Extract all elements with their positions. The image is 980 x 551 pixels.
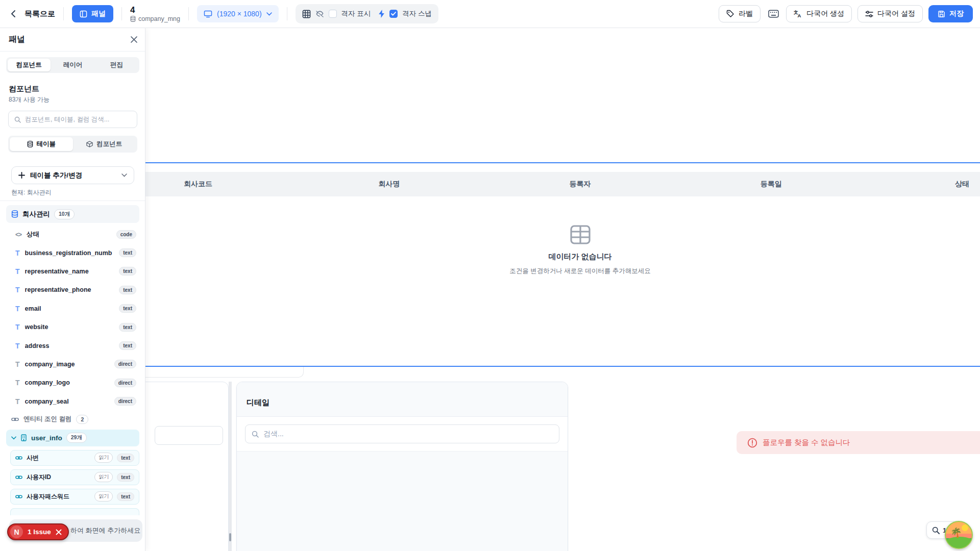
field-row[interactable]: 상태 code: [6, 225, 139, 243]
field-row[interactable]: T website text: [6, 318, 139, 336]
text-icon: T: [15, 379, 20, 387]
column-header[interactable]: 상태: [867, 180, 980, 189]
field-row[interactable]: T company_image direct: [6, 355, 139, 373]
join-field-row-partial[interactable]: [10, 508, 139, 515]
vertical-splitter[interactable]: [229, 382, 232, 551]
palm-tree-graphic: 🌴: [950, 528, 962, 537]
field-name: company_logo: [25, 379, 109, 386]
i18n-generate-button[interactable]: 文A 다국어 생성: [786, 5, 852, 22]
sun-graphic: [962, 524, 968, 531]
issue-badge[interactable]: N 1 Issue: [7, 523, 69, 540]
component-search-input[interactable]: 컴포넌트, 테이블, 컬럼 검색...: [8, 111, 137, 128]
field-row[interactable]: T email text: [6, 299, 139, 318]
svg-text:A: A: [798, 13, 801, 18]
error-icon: [747, 438, 757, 448]
back-arrow-icon: [9, 9, 18, 18]
field-type-badge: text: [119, 267, 136, 276]
link-icon: [11, 417, 19, 422]
save-button[interactable]: 저장: [928, 5, 973, 22]
tab-components[interactable]: 컴포넌트: [8, 59, 51, 71]
tab-layers[interactable]: 레이어: [52, 59, 94, 71]
table-component-selected[interactable]: 회사코드 회사명 등록자 등록일 상태 데이터가 없습니다 조건을 변경하거나 …: [102, 162, 980, 367]
grid-icon[interactable]: [302, 10, 311, 18]
detail-panel-component[interactable]: 디테일 검색...: [236, 382, 568, 551]
toggle-table-label: 테이블: [37, 140, 56, 148]
join-field-name: 사용자ID: [27, 473, 90, 482]
page-title: 4 company_mng: [130, 5, 180, 22]
splitter-handle[interactable]: [229, 533, 231, 541]
empty-state-subtitle: 조건을 변경하거나 새로운 데이터를 추가해보세요: [509, 267, 650, 276]
entity-join-section-row[interactable]: 엔티티 조인 컬럼 2: [6, 411, 139, 428]
field-row[interactable]: T representative_name text: [6, 262, 139, 281]
add-table-button[interactable]: 테이블 추가/변경: [11, 166, 134, 184]
field-count-badge: 10개: [54, 209, 75, 219]
field-name: company_image: [25, 361, 109, 368]
table-group-row[interactable]: 회사관리 10개: [6, 205, 139, 223]
column-header[interactable]: 회사명: [293, 180, 484, 189]
join-table-group-row[interactable]: user_info 29개: [6, 430, 139, 446]
editor-canvas[interactable]: 회사코드 회사명 등록자 등록일 상태 데이터가 없습니다 조건을 변경하거나 …: [0, 28, 980, 551]
left-card-input[interactable]: [155, 426, 223, 445]
grid-show-checkbox[interactable]: [329, 10, 337, 18]
top-toolbar: 목록으로 패널 4 company_mng (980 × 551): [0, 0, 980, 28]
lightning-icon: [378, 10, 385, 18]
empty-table-icon: [570, 225, 591, 244]
toggle-component-view[interactable]: 컴포넌트: [73, 137, 136, 151]
panel-tabs: 컴포넌트 레이어 편집: [6, 57, 139, 73]
field-type-badge: text: [119, 341, 136, 350]
join-field-row[interactable]: 사용자ID 읽기 text: [10, 469, 139, 485]
detail-search-input[interactable]: 검색...: [245, 424, 559, 443]
field-list: 회사관리 10개 상태 code T business_registration…: [6, 205, 139, 515]
grid-snap-label: 격자 스냅: [402, 9, 432, 18]
field-type-badge: text: [119, 248, 136, 257]
resolution-selector[interactable]: (980 × 551): [197, 5, 279, 22]
field-type-badge: direct: [114, 379, 136, 387]
detail-panel-header: 디테일: [237, 382, 568, 417]
magnifier-icon: [932, 527, 940, 534]
column-header[interactable]: 등록일: [676, 180, 867, 189]
label-button[interactable]: 라벨: [719, 5, 761, 22]
join-field-name: 사번: [27, 454, 90, 462]
field-name: 상태: [27, 230, 111, 239]
text-icon: T: [15, 360, 20, 368]
panel-toggle-button[interactable]: 패널: [72, 5, 113, 22]
column-header[interactable]: 등록자: [484, 180, 675, 189]
link-icon: [15, 494, 22, 499]
tab-edit[interactable]: 편집: [95, 59, 138, 71]
field-row[interactable]: T business_registration_numb text: [6, 243, 139, 262]
grid-settings-group: 격자 표시 격자 스냅: [296, 4, 439, 23]
field-row[interactable]: T company_seal direct: [6, 392, 139, 411]
field-name: email: [25, 305, 114, 312]
detail-panel-title: 디테일: [247, 398, 270, 408]
database-icon: [11, 210, 18, 218]
join-field-row[interactable]: 사용자패스워드 읽기 text: [10, 489, 139, 505]
field-row[interactable]: T address text: [6, 336, 139, 355]
island-sticker[interactable]: 🌴: [945, 521, 973, 549]
current-table-label: 현재: 회사관리: [11, 188, 52, 197]
field-row[interactable]: T company_logo direct: [6, 373, 139, 392]
text-icon: T: [15, 342, 20, 350]
flow-error-toast: 플로우를 찾을 수 없습니다: [737, 431, 980, 454]
i18n-generate-label: 다국어 생성: [806, 9, 844, 18]
divider: [0, 201, 145, 201]
back-to-list-button[interactable]: 목록으로: [9, 9, 55, 19]
close-icon[interactable]: [130, 36, 138, 43]
field-row[interactable]: T representative_phone text: [6, 281, 139, 299]
chevron-down-icon: [266, 12, 272, 16]
components-section-title: 컴포넌트: [9, 84, 39, 94]
sliders-icon: [865, 10, 873, 18]
toggle-table-view[interactable]: 테이블: [10, 137, 73, 151]
eye-off-icon[interactable]: [315, 10, 324, 18]
join-field-row[interactable]: 사번 읽기 text: [10, 450, 139, 466]
chevron-down-icon[interactable]: [11, 436, 16, 440]
close-icon[interactable]: [56, 529, 62, 535]
panel-title: 패널: [9, 34, 25, 45]
save-label: 저장: [949, 9, 964, 18]
grid-snap-checkbox[interactable]: [389, 10, 398, 18]
keyboard-shortcuts-button[interactable]: [766, 7, 780, 21]
i18n-settings-button[interactable]: 다국어 설정: [857, 5, 923, 22]
join-field-name: 사용자패스워드: [27, 492, 90, 501]
field-name: business_registration_numb: [25, 249, 114, 257]
join-count-badge: 2: [76, 415, 88, 424]
field-type-badge: text: [117, 492, 134, 501]
